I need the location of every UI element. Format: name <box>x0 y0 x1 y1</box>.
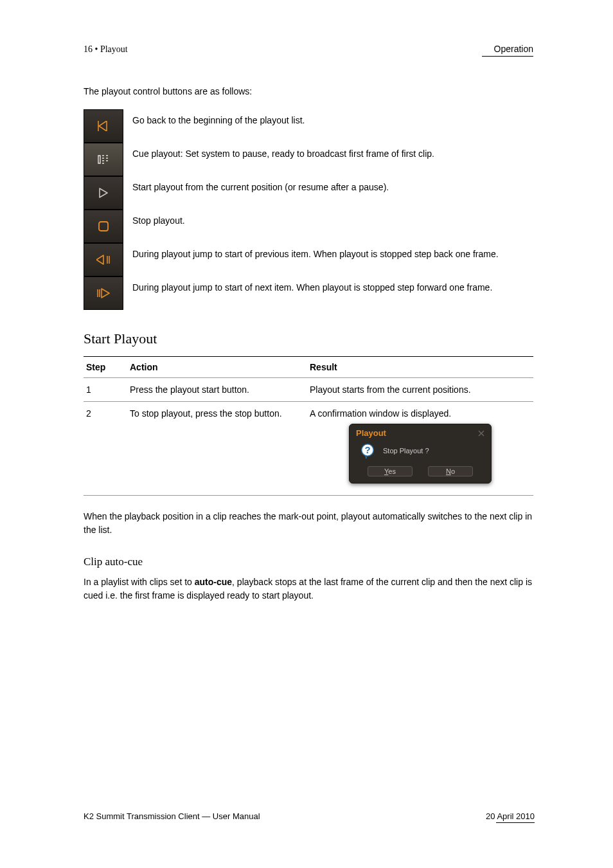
step-action: Press the playout start button. <box>127 378 307 402</box>
para-auto-switch: When the playback position in a clip rea… <box>84 510 533 537</box>
question-icon: ? <box>360 443 375 458</box>
frame-forward-icon <box>96 288 111 298</box>
play-button[interactable] <box>84 176 123 210</box>
cue-desc: Cue playout: Set system to pause, ready … <box>123 143 533 160</box>
dialog-message: Stop Playout ? <box>383 447 429 455</box>
para-auto-cue: In a playlist with clips set to auto-cue… <box>84 575 533 602</box>
frame-forward-desc: During playout jump to start of next ite… <box>123 276 533 294</box>
table-row: 2 To stop playout, press the stop button… <box>84 402 533 496</box>
play-desc: Start playout from the current position … <box>123 176 533 194</box>
step-action: To stop playout, press the stop button. <box>127 402 307 496</box>
step-num: 1 <box>84 378 127 402</box>
steps-heading: Start Playout <box>84 330 533 347</box>
steps-table: Step Action Result 1 Press the playout s… <box>84 356 533 496</box>
frame-back-desc: During playout jump to start of previous… <box>123 243 533 260</box>
frame-forward-button[interactable] <box>84 276 123 310</box>
header-rule <box>482 56 533 57</box>
cue-button[interactable] <box>84 143 123 176</box>
stop-desc: Stop playout. <box>123 210 533 227</box>
stop-playout-dialog: Playout ? <box>349 424 492 484</box>
step-result: A confirmation window is displayed. Play… <box>307 402 533 496</box>
page-chapter-label: Operation <box>494 44 533 54</box>
cue-icon <box>97 154 110 165</box>
play-icon <box>98 188 109 198</box>
no-button[interactable]: No <box>428 466 473 476</box>
sub-heading-auto-cue: Clip auto-cue <box>84 554 533 570</box>
step-num: 2 <box>84 402 127 496</box>
skip-back-button[interactable] <box>84 109 123 143</box>
footer-date: 20 April 2010 <box>486 811 535 821</box>
footer-doc-title: K2 Summit Transmission Client — User Man… <box>84 811 260 823</box>
close-icon[interactable] <box>478 430 484 437</box>
footer-rule <box>496 822 535 823</box>
col-action: Action <box>127 357 307 378</box>
intro-text: The playout control buttons are as follo… <box>84 86 533 96</box>
frame-back-icon <box>96 255 111 265</box>
col-step: Step <box>84 357 127 378</box>
step-result: Playout starts from the current position… <box>307 378 533 402</box>
svg-text:?: ? <box>364 444 370 455</box>
svg-rect-0 <box>99 222 108 231</box>
playout-controls-legend: Go back to the beginning of the playout … <box>84 109 533 310</box>
page-section-label: 16 • Playout <box>84 44 128 55</box>
yes-button[interactable]: Yes <box>368 466 413 476</box>
col-result: Result <box>307 357 533 378</box>
skip-back-desc: Go back to the beginning of the playout … <box>123 109 533 127</box>
frame-back-button[interactable] <box>84 243 123 276</box>
stop-button[interactable] <box>84 210 123 243</box>
dialog-title: Playout <box>356 428 386 438</box>
stop-icon <box>98 221 109 232</box>
skip-back-icon <box>97 121 110 131</box>
table-row: 1 Press the playout start button. Playou… <box>84 378 533 402</box>
